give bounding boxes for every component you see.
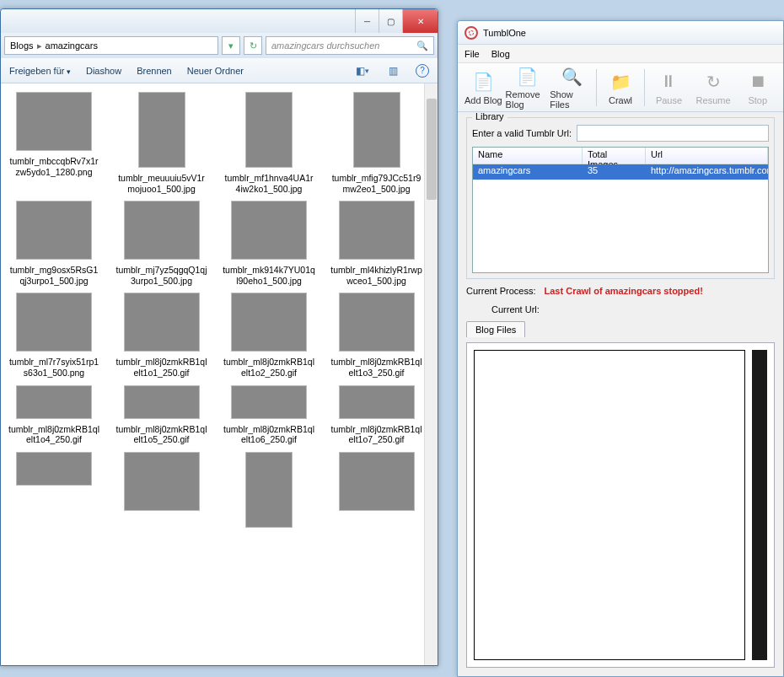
menu-blog[interactable]: Blog: [491, 49, 510, 59]
pause-icon: ⏸: [657, 70, 680, 94]
show-files-button[interactable]: 🔍Show Files: [550, 66, 594, 110]
breadcrumb[interactable]: Blogs ▸ amazingcars: [4, 36, 218, 55]
cell-images: 35: [583, 164, 646, 180]
file-name: tumblr_meuuuiu5vV1rmojuoo1_500.jpg: [115, 173, 208, 194]
add-blog-button[interactable]: 📄Add Blog: [461, 66, 506, 110]
file-thumbnail[interactable]: tumblr_mf1hnva4UA1r4iw2ko1_500.jpg: [219, 90, 319, 196]
preview-pane-button[interactable]: ▥: [385, 63, 400, 78]
file-name: tumblr_ml8j0zmkRB1qlelt1o5_250.gif: [115, 424, 208, 445]
library-label: Library: [472, 112, 507, 121]
file-thumbnail[interactable]: tumblr_ml8j0zmkRB1qlelt1o6_250.gif: [219, 384, 319, 447]
refresh-button[interactable]: ↻: [244, 36, 262, 55]
table-row[interactable]: amazingcars 35 http://amazingcars.tumblr…: [473, 164, 768, 180]
thumbnail-image: [138, 92, 185, 168]
view-button[interactable]: ◧: [355, 63, 370, 78]
thumbnail-image: [339, 452, 415, 511]
menu-file[interactable]: File: [464, 49, 480, 59]
file-thumbnail[interactable]: tumblr_ml7r7syix51rp1s63o1_500.png: [4, 291, 104, 379]
preview-image-dark: [752, 350, 767, 660]
toolbar-separator: [596, 69, 597, 106]
thumbnail-image: [339, 385, 415, 419]
file-thumbnail[interactable]: tumblr_mk914k7YU01ql90eho1_500.jpg: [219, 199, 319, 287]
app-logo-icon: [464, 26, 478, 40]
breadcrumb-dropdown[interactable]: ▾: [222, 36, 240, 55]
tumblone-window: TumblOne File Blog 📄Add Blog 📄Remove Blo…: [457, 20, 784, 677]
file-thumbnail[interactable]: tumblr_ml8j0zmkRB1qlelt1o3_250.gif: [327, 291, 427, 379]
resume-icon: ↻: [701, 70, 725, 94]
toolbar-separator: [644, 69, 645, 106]
file-pane[interactable]: tumblr_mbccqbRv7x1rzw5ydo1_1280.pngtumbl…: [1, 83, 438, 665]
file-thumbnail[interactable]: tumblr_meuuuiu5vV1rmojuoo1_500.jpg: [112, 90, 212, 196]
thumbnail-image: [124, 385, 200, 419]
file-name: tumblr_ml8j0zmkRB1qlelt1o3_250.gif: [330, 357, 423, 378]
scrollbar-thumb[interactable]: [427, 99, 437, 200]
file-thumbnail[interactable]: tumblr_mg9osx5RsG1qj3urpo1_500.jpg: [4, 199, 104, 287]
breadcrumb-part[interactable]: amazingcars: [46, 40, 98, 51]
file-thumbnail[interactable]: tumblr_mj7yz5qgqQ1qj3urpo1_500.jpg: [112, 199, 212, 287]
slideshow-button[interactable]: Diashow: [86, 66, 121, 76]
thumbnail-image: [231, 293, 307, 352]
app-title: TumblOne: [483, 28, 526, 38]
tab-blogfiles[interactable]: Blog Files: [466, 321, 525, 337]
crawl-button[interactable]: 📁Crawl: [599, 66, 643, 110]
pause-button[interactable]: ⏸Pause: [647, 66, 691, 110]
file-thumbnail[interactable]: tumblr_ml8j0zmkRB1qlelt1o4_250.gif: [4, 384, 104, 447]
file-name: tumblr_mf1hnva4UA1r4iw2ko1_500.jpg: [223, 173, 315, 194]
body: Library Enter a valid Tumblr Url: Name T…: [458, 112, 783, 676]
maximize-button[interactable]: ▢: [379, 9, 402, 33]
chevron-right-icon: ▸: [37, 40, 42, 51]
file-thumbnail[interactable]: [327, 450, 427, 535]
file-name: tumblr_ml4khizlyR1rwpwceo1_500.jpg: [330, 265, 423, 286]
search-icon: 🔍: [416, 40, 428, 51]
status-url: Current Url:: [466, 303, 775, 316]
tumblone-titlebar: TumblOne: [458, 21, 783, 45]
share-button[interactable]: Freigeben für: [9, 66, 71, 76]
file-thumbnail[interactable]: tumblr_ml8j0zmkRB1qlelt1o2_250.gif: [219, 291, 319, 379]
col-url[interactable]: Url: [646, 148, 768, 164]
process-label: Current Process:: [466, 286, 536, 296]
thumbnail-image: [124, 293, 200, 352]
resume-button[interactable]: ↻Resume: [691, 66, 736, 110]
library-group: Library Enter a valid Tumblr Url: Name T…: [466, 117, 775, 279]
breadcrumb-part[interactable]: Blogs: [10, 40, 34, 51]
explorer-window: ─ ▢ ✕ Blogs ▸ amazingcars ▾ ↻ amazingcar…: [0, 8, 438, 666]
thumbnail-image: [245, 92, 293, 168]
col-images[interactable]: Total Images: [583, 148, 646, 164]
tab-header: Blog Files: [466, 321, 775, 337]
file-thumbnail[interactable]: tumblr_ml8j0zmkRB1qlelt1o5_250.gif: [112, 384, 212, 447]
file-thumbnail[interactable]: tumblr_mbccqbRv7x1rzw5ydo1_1280.png: [4, 90, 104, 196]
help-button[interactable]: ?: [416, 64, 429, 78]
thumbnail-image: [245, 452, 293, 528]
col-name[interactable]: Name: [473, 148, 583, 164]
folder-search-icon: 🔍: [561, 66, 584, 88]
stop-button[interactable]: ⏹Stop: [735, 66, 780, 110]
file-thumbnail[interactable]: [219, 450, 319, 535]
file-thumbnail[interactable]: [4, 450, 104, 535]
thumbnail-image: [16, 452, 92, 486]
file-thumbnail[interactable]: tumblr_mfig79JCc51r9mw2eo1_500.jpg: [327, 90, 427, 196]
thumbnail-image: [231, 201, 307, 260]
toolbar: 📄Add Blog 📄Remove Blog 🔍Show Files 📁Craw…: [458, 63, 783, 112]
file-thumbnail[interactable]: tumblr_ml8j0zmkRB1qlelt1o7_250.gif: [327, 384, 427, 447]
file-thumbnail[interactable]: [112, 450, 212, 535]
remove-blog-icon: 📄: [516, 66, 540, 88]
scrollbar[interactable]: [424, 83, 438, 665]
blog-table[interactable]: Name Total Images Url amazingcars 35 htt…: [472, 147, 769, 273]
remove-blog-button[interactable]: 📄Remove Blog: [506, 66, 550, 110]
thumbnail-image: [339, 201, 415, 260]
thumbnail-image: [124, 452, 200, 511]
search-input[interactable]: amazingcars durchsuchen 🔍: [266, 36, 434, 55]
file-name: tumblr_mk914k7YU01ql90eho1_500.jpg: [223, 265, 315, 286]
burn-button[interactable]: Brennen: [137, 66, 172, 76]
url-input[interactable]: [577, 125, 769, 142]
command-bar: Freigeben für Diashow Brennen Neuer Ordn…: [1, 58, 438, 83]
file-thumbnail[interactable]: tumblr_ml4khizlyR1rwpwceo1_500.jpg: [327, 199, 427, 287]
minimize-button[interactable]: ─: [355, 9, 379, 33]
thumbnail-image: [353, 92, 400, 168]
cell-name: amazingcars: [473, 164, 583, 180]
cell-url: http://amazingcars.tumblr.com: [646, 164, 768, 180]
newfolder-button[interactable]: Neuer Ordner: [187, 66, 244, 76]
file-thumbnail[interactable]: tumblr_ml8j0zmkRB1qlelt1o1_250.gif: [112, 291, 212, 379]
close-button[interactable]: ✕: [402, 9, 438, 33]
thumbnail-image: [16, 201, 92, 260]
